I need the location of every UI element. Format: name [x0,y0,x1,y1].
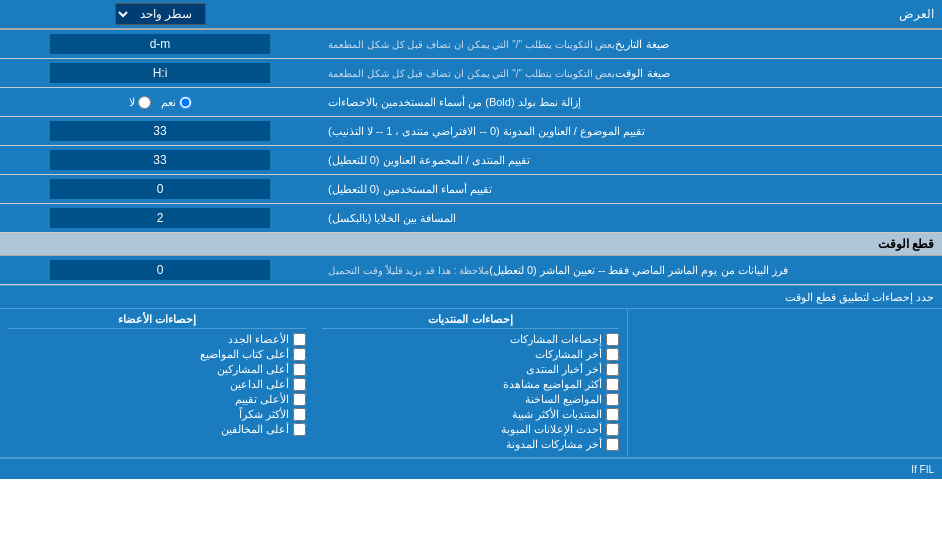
cell-spacing-row: المسافة بين الخلايا (بالبكسل) 2 [0,204,942,233]
stat-checkbox-m3[interactable] [293,363,306,376]
header-label: العرض [320,2,942,26]
stats-item: إحصاءات المشاركات [322,333,620,346]
time-format-label: صيغة الوقت بعض التكوينات يتطلب "/" التي … [320,59,942,87]
stat-checkbox-m4[interactable] [293,378,306,391]
bold-remove-row: إزالة نمط بولد (Bold) من أسماء المستخدمي… [0,88,942,117]
stats-item: الأكثر شكراً [8,408,306,421]
stat-checkbox-3[interactable] [606,363,619,376]
stat-label-m4: أعلى الداعين [230,378,289,391]
bold-remove-control: نعم لا [0,88,320,116]
realtime-control[interactable]: 0 [0,256,320,284]
stats-col-posts: إحصاءات المنتديات إحصاءات المشاركات أخر … [314,309,629,457]
realtime-row: فرز البيانات من يوم الماشر الماضي فقط --… [0,256,942,285]
page-wrapper: العرض سطر واحد صيغة التاريخ بعض التكوينا… [0,0,942,479]
stat-checkbox-1[interactable] [606,333,619,346]
topic-sort-row: تقييم الموضوع / العناوين المدونة (0 -- ا… [0,117,942,146]
bottom-note-text: If FIL [911,464,934,475]
user-sort-row: تقييم أسماء المستخدمين (0 للتعطيل) 0 [0,175,942,204]
date-format-control[interactable]: d-m [0,30,320,58]
stat-label-8: أخر مشاركات المدونة [506,438,602,451]
topic-sort-input[interactable]: 33 [50,121,270,141]
stat-checkbox-m2[interactable] [293,348,306,361]
bold-no-radio[interactable] [138,96,151,109]
stat-label-m6: الأكثر شكراً [239,408,289,421]
stats-grid: إحصاءات المنتديات إحصاءات المشاركات أخر … [0,308,942,458]
stat-label-5: المواضيع الساخنة [525,393,602,406]
user-sort-control[interactable]: 0 [0,175,320,203]
realtime-section-header: قطع الوقت [0,233,942,256]
bottom-note: If FIL [0,458,942,479]
stat-checkbox-m6[interactable] [293,408,306,421]
date-format-row: صيغة التاريخ بعض التكوينات يتطلب "/" الت… [0,30,942,59]
stats-item: أعلى المخالفين [8,423,306,436]
stat-label-4: أكثر المواضيع مشاهدة [503,378,602,391]
stat-checkbox-m7[interactable] [293,423,306,436]
cell-spacing-label: المسافة بين الخلايا (بالبكسل) [320,204,942,232]
stat-label-m3: أعلى المشاركين [217,363,289,376]
stat-checkbox-2[interactable] [606,348,619,361]
header-row: العرض سطر واحد [0,0,942,30]
stat-checkbox-7[interactable] [606,423,619,436]
stats-item: أعلى الداعين [8,378,306,391]
stat-label-m2: أعلى كتاب المواضيع [200,348,289,361]
display-select[interactable]: سطر واحد [115,3,206,25]
realtime-label: فرز البيانات من يوم الماشر الماضي فقط --… [320,256,942,284]
header-control[interactable]: سطر واحد [0,0,320,28]
bold-remove-label: إزالة نمط بولد (Bold) من أسماء المستخدمي… [320,88,942,116]
stat-label-m5: الأعلى تقييم [235,393,289,406]
bold-no-label[interactable]: لا [129,96,151,109]
date-format-input[interactable]: d-m [50,34,270,54]
stats-item: الأعلى تقييم [8,393,306,406]
stats-item: المنتديات الأكثر شبية [322,408,620,421]
bold-yes-radio[interactable] [179,96,192,109]
stats-apply-label: حدد إحصاءات لتطبيق قطع الوقت [785,291,934,303]
stat-label-m7: أعلى المخالفين [221,423,289,436]
bold-yes-label[interactable]: نعم [161,96,192,109]
stat-label-2: أخر المشاركات [535,348,602,361]
stats-item: أحدث الإعلانات المبوبة [322,423,620,436]
stats-item: أخر المشاركات [322,348,620,361]
user-sort-input[interactable]: 0 [50,179,270,199]
stat-checkbox-6[interactable] [606,408,619,421]
stats-col-empty [628,309,942,457]
stat-label-7: أحدث الإعلانات المبوبة [501,423,602,436]
stats-members-header: إحصاءات الأعضاء [8,313,306,329]
forum-sort-row: تقييم المنتدى / المجموعة العناوين (0 للت… [0,146,942,175]
date-format-label: صيغة التاريخ بعض التكوينات يتطلب "/" الت… [320,30,942,58]
stat-label-6: المنتديات الأكثر شبية [512,408,602,421]
stats-item: أخر مشاركات المدونة [322,438,620,451]
stats-item: الأعضاء الجدد [8,333,306,346]
stats-item: أكثر المواضيع مشاهدة [322,378,620,391]
stats-item: أعلى المشاركين [8,363,306,376]
stat-label-1: إحصاءات المشاركات [510,333,602,346]
topic-sort-control[interactable]: 33 [0,117,320,145]
user-sort-label: تقييم أسماء المستخدمين (0 للتعطيل) [320,175,942,203]
stats-item: أعلى كتاب المواضيع [8,348,306,361]
stat-checkbox-5[interactable] [606,393,619,406]
stat-checkbox-8[interactable] [606,438,619,451]
time-format-row: صيغة الوقت بعض التكوينات يتطلب "/" التي … [0,59,942,88]
time-format-input[interactable]: H:i [50,63,270,83]
realtime-input[interactable]: 0 [50,260,270,280]
stats-col-members: إحصاءات الأعضاء الأعضاء الجدد أعلى كتاب … [0,309,314,457]
forum-sort-control[interactable]: 33 [0,146,320,174]
time-format-control[interactable]: H:i [0,59,320,87]
cell-spacing-input[interactable]: 2 [50,208,270,228]
stat-checkbox-m1[interactable] [293,333,306,346]
stat-label-3: أخر أخبار المنتدى [526,363,602,376]
topic-sort-label: تقييم الموضوع / العناوين المدونة (0 -- ا… [320,117,942,145]
forum-sort-label: تقييم المنتدى / المجموعة العناوين (0 للت… [320,146,942,174]
stats-apply-row: حدد إحصاءات لتطبيق قطع الوقت [0,285,942,308]
stat-label-m1: الأعضاء الجدد [228,333,289,346]
stats-item: أخر أخبار المنتدى [322,363,620,376]
stat-checkbox-m5[interactable] [293,393,306,406]
stats-posts-header: إحصاءات المنتديات [322,313,620,329]
forum-sort-input[interactable]: 33 [50,150,270,170]
stat-checkbox-4[interactable] [606,378,619,391]
stats-item: المواضيع الساخنة [322,393,620,406]
cell-spacing-control[interactable]: 2 [0,204,320,232]
